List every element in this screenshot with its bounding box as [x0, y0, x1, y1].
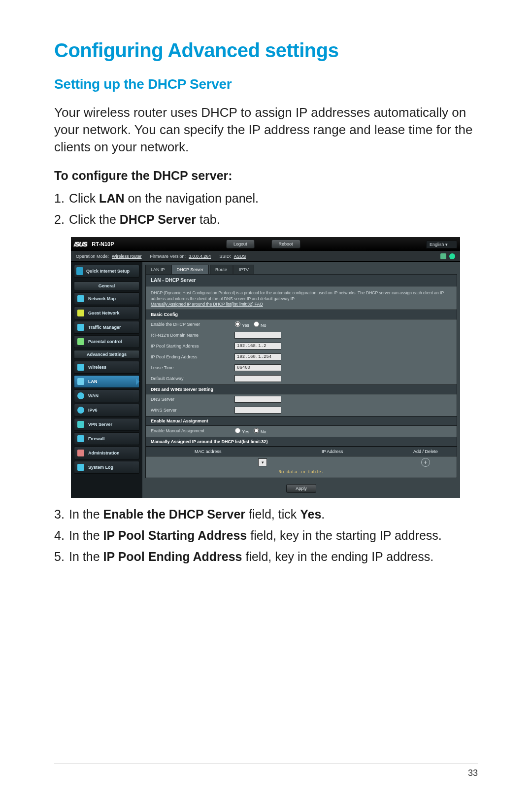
tab-lan-ip[interactable]: LAN IP [145, 265, 170, 274]
traffic-icon [77, 324, 84, 331]
sidebar-item-wan[interactable]: WAN [74, 389, 139, 402]
router-sidebar: Quick Internet Setup General Network Map… [71, 262, 142, 497]
sidebar-item-administration[interactable]: Administration [74, 447, 139, 459]
sidebar-item-traffic-manager[interactable]: Traffic Manager [74, 321, 139, 334]
tab-route[interactable]: Route [210, 265, 233, 274]
wireless-icon [77, 364, 84, 371]
label-domain-name: RT-N12's Domain Name [151, 333, 234, 338]
enable-dhcp-yes[interactable]: Yes [234, 323, 249, 328]
step-2: 2.Click the DHCP Server tab. [54, 211, 478, 228]
col-ip: IP Address [270, 449, 394, 454]
page-number: 33 [468, 768, 478, 778]
label-enable-manual: Enable Manual Assignment [151, 428, 234, 433]
enable-manual-no[interactable]: No [253, 429, 266, 434]
shield-icon [77, 435, 84, 442]
vpn-icon [77, 421, 84, 428]
network-map-icon [77, 295, 84, 302]
manual-list-header: MAC address IP Address Add / Delete [146, 447, 457, 456]
router-subheader: Operation Mode: Wireless router Firmware… [71, 251, 460, 262]
tab-dhcp-server[interactable]: DHCP Server [171, 265, 209, 274]
step-3: 3.In the Enable the DHCP Server field, t… [54, 506, 478, 523]
asus-logo: /SUS [74, 241, 87, 248]
steps-list-top: 1.Click LAN on the navigation panel. 2.C… [54, 190, 478, 228]
steps-list-bottom: 3.In the Enable the DHCP Server field, t… [54, 506, 478, 565]
sidebar-item-wireless[interactable]: Wireless [74, 361, 139, 374]
section-title: Setting up the DHCP Server [54, 76, 478, 92]
page-footer: 33 [54, 764, 478, 778]
sidebar-item-system-log[interactable]: System Log [74, 461, 139, 474]
step-1: 1.Click LAN on the navigation panel. [54, 190, 478, 207]
sidebar-group-advanced: Advanced Settings [74, 350, 139, 359]
guest-icon [77, 310, 84, 316]
no-data-label: No data in table. [146, 468, 457, 478]
sidebar-item-vpn-server[interactable]: VPN Server [74, 418, 139, 431]
ip-pool-end-input[interactable] [234, 353, 281, 360]
wan-icon [77, 392, 84, 399]
logout-button[interactable]: Logout [226, 240, 255, 248]
router-model: RT-N10P [92, 241, 114, 247]
wins-server-input[interactable] [234, 407, 281, 414]
intro-paragraph: Your wireless router uses DHCP to assign… [54, 104, 478, 156]
lock-icon [77, 338, 84, 345]
section-basic-config: Basic Config [146, 310, 457, 319]
router-screenshot: /SUS RT-N10P Logout Reboot English ▾ Ope… [71, 237, 460, 497]
apply-button[interactable]: Apply [286, 484, 316, 493]
section-dns-wins: DNS and WINS Server Setting [146, 384, 457, 394]
steps-heading: To configure the DHCP server: [54, 169, 478, 183]
dns-server-input[interactable] [234, 396, 281, 403]
wrench-icon [76, 267, 83, 275]
parental-status-icon[interactable] [440, 253, 446, 259]
lan-icon [77, 378, 84, 385]
panel-title: LAN - DHCP Server [146, 275, 457, 286]
page-title: Configuring Advanced settings [54, 39, 478, 62]
label-ip-pool-end: IP Pool Ending Address [151, 354, 234, 359]
ssid-link[interactable]: ASUS [234, 254, 246, 259]
add-entry-button[interactable]: + [421, 458, 430, 467]
domain-name-input[interactable] [234, 332, 281, 339]
label-ip-pool-start: IP Pool Starting Address [151, 344, 234, 349]
manual-assign-faq-link[interactable]: Manually Assigned IP around the DHCP lis… [151, 302, 263, 307]
wifi-status-icon[interactable] [449, 253, 455, 259]
tab-iptv[interactable]: IPTV [233, 265, 254, 274]
col-add-delete: Add / Delete [395, 449, 457, 454]
label-enable-dhcp: Enable the DHCP Server [151, 322, 234, 327]
label-lease-time: Lease Time [151, 365, 234, 370]
language-selector[interactable]: English ▾ [426, 242, 457, 247]
sidebar-item-ipv6[interactable]: IPv6 [74, 404, 139, 417]
step-4: 4.In the IP Pool Starting Address field,… [54, 527, 478, 544]
manual-list-input-row: + [146, 456, 457, 468]
sidebar-group-general: General [74, 281, 139, 290]
lease-time-input[interactable] [234, 364, 281, 371]
sidebar-item-guest-network[interactable]: Guest Network [74, 307, 139, 319]
lan-tabs: LAN IP DHCP Server Route IPTV [142, 262, 460, 274]
sidebar-item-parental-control[interactable]: Parental control [74, 335, 139, 348]
mac-dropdown[interactable] [258, 458, 267, 466]
section-manual-list: Manually Assigned IP around the DHCP lis… [146, 437, 457, 447]
admin-icon [77, 450, 84, 456]
enable-dhcp-no[interactable]: No [253, 323, 266, 328]
panel-description: DHCP (Dynamic Host Configuration Protoco… [146, 286, 457, 309]
log-icon [77, 464, 84, 471]
quick-internet-setup[interactable]: Quick Internet Setup [74, 265, 139, 278]
step-5: 5.In the IP Pool Ending Address field, k… [54, 548, 478, 565]
ip-pool-start-input[interactable] [234, 343, 281, 349]
section-enable-manual: Enable Manual Assignment [146, 416, 457, 426]
label-default-gateway: Default Gateway [151, 376, 234, 381]
ipv6-icon [77, 407, 84, 414]
firmware-link[interactable]: 3.0.0.4.264 [189, 254, 211, 259]
sidebar-item-lan[interactable]: LAN [74, 375, 139, 388]
router-main-panel: LAN IP DHCP Server Route IPTV LAN - DHCP… [142, 262, 460, 497]
enable-manual-yes[interactable]: Yes [234, 429, 249, 434]
label-dns-server: DNS Server [151, 397, 234, 402]
opmode-link[interactable]: Wireless router [112, 254, 142, 259]
col-mac: MAC address [146, 449, 270, 454]
reboot-button[interactable]: Reboot [271, 240, 300, 248]
label-wins-server: WINS Server [151, 408, 234, 413]
default-gateway-input[interactable] [234, 375, 281, 382]
sidebar-item-network-map[interactable]: Network Map [74, 292, 139, 305]
router-header: /SUS RT-N10P Logout Reboot English ▾ [71, 237, 460, 251]
sidebar-item-firewall[interactable]: Firewall [74, 432, 139, 445]
